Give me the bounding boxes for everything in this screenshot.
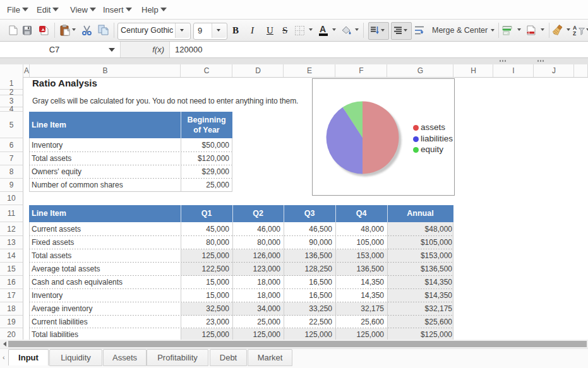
svg-text:Z: Z	[573, 30, 576, 36]
